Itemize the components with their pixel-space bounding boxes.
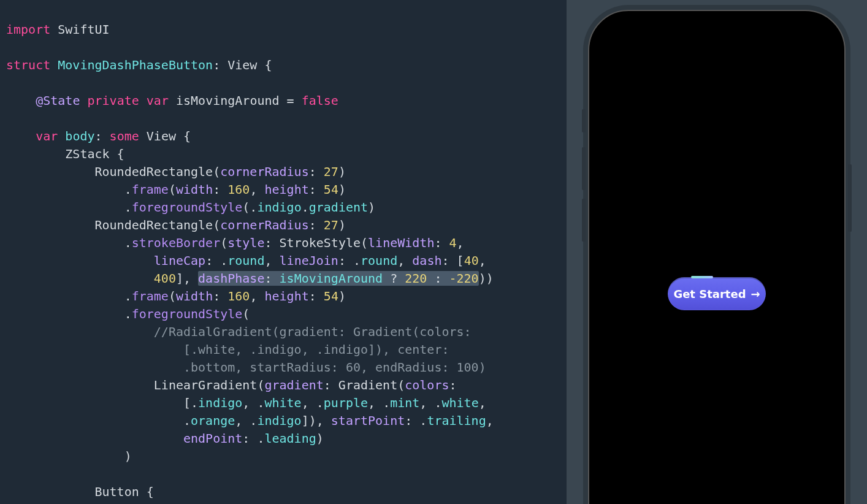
- kw-import: import: [6, 22, 50, 37]
- kw-struct: struct: [6, 58, 50, 72]
- side-button-volume-down: [582, 199, 586, 242]
- button-container: Get Started →: [668, 277, 766, 310]
- side-button-silence: [582, 109, 586, 132]
- preview-pane: Get Started →: [567, 0, 867, 504]
- code-editor[interactable]: import SwiftUI struct MovingDashPhaseBut…: [0, 0, 567, 504]
- selected-text: dashPhase: isMovingAround ? 220 : -220: [198, 271, 479, 286]
- comment-line: //RadialGradient(gradient: Gradient(colo…: [154, 324, 472, 339]
- side-button-power: [848, 164, 852, 232]
- arrow-right-icon: →: [751, 288, 760, 300]
- side-button-volume-up: [582, 147, 586, 190]
- button-label: Get Started: [673, 288, 746, 300]
- get-started-button[interactable]: Get Started →: [668, 277, 766, 310]
- iphone-preview: Get Started →: [588, 10, 846, 504]
- dash-stroke-accent: [691, 276, 713, 278]
- module-name: SwiftUI: [50, 22, 109, 37]
- type-name: MovingDashPhaseButton: [50, 58, 213, 72]
- attr-state: @State: [36, 93, 87, 108]
